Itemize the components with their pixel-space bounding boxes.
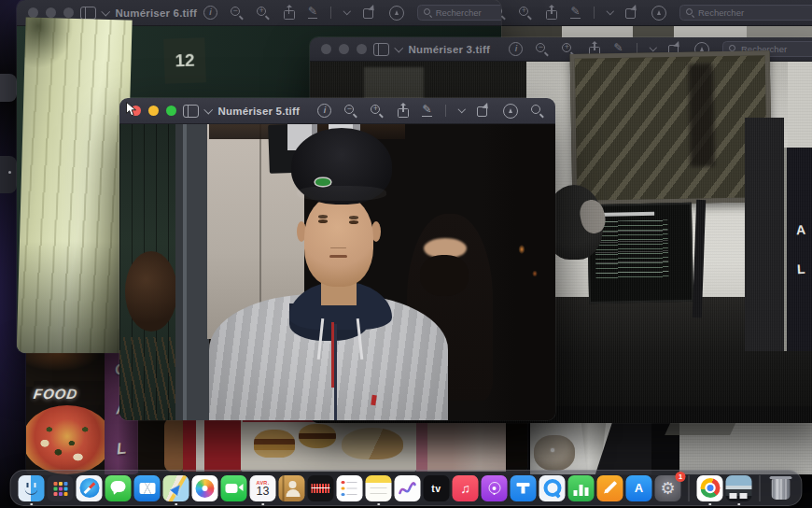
dock-finder[interactable] <box>19 475 45 501</box>
share-button[interactable] <box>545 6 557 20</box>
chevron-down-icon[interactable] <box>395 43 403 51</box>
chevron-down-icon[interactable] <box>102 7 110 15</box>
annotate-button[interactable] <box>503 104 518 119</box>
toolbar-divider <box>330 7 331 19</box>
rotate-button[interactable] <box>477 105 490 117</box>
photo-vertical-sign: A L <box>784 148 812 351</box>
dock-reminders[interactable] <box>337 475 363 501</box>
markup-pen-button[interactable]: ✎ <box>308 6 317 19</box>
photo-framed-painting <box>570 50 773 205</box>
markup-pen-button[interactable]: ✎ <box>422 104 431 117</box>
calendar-day-label: 13 <box>257 486 270 498</box>
photo-burger <box>299 424 336 448</box>
dock-maps[interactable] <box>163 475 189 501</box>
search-input[interactable] <box>679 5 812 21</box>
info-button[interactable]: i <box>317 104 331 118</box>
dock-app-store[interactable]: A <box>626 475 652 501</box>
dock-numbers[interactable] <box>568 475 595 501</box>
zoom-in-button[interactable]: + <box>257 7 270 20</box>
photo-portrait-scan <box>119 124 555 420</box>
zoom-out-button[interactable]: − <box>536 43 549 56</box>
background-window-corner <box>0 156 17 193</box>
photo-black-beanie <box>291 128 392 205</box>
titlebar[interactable]: Numériser 5.tiff i − + ✎ <box>119 98 555 124</box>
chevron-down-icon[interactable] <box>343 7 351 15</box>
zoom-in-button[interactable]: + <box>371 105 384 118</box>
photo-zipper <box>334 324 337 420</box>
chevron-down-icon[interactable] <box>606 7 613 15</box>
chevron-down-icon[interactable] <box>457 106 465 113</box>
rotate-button[interactable] <box>625 7 638 19</box>
dock-contacts[interactable] <box>279 475 305 501</box>
info-button[interactable]: i <box>203 6 217 20</box>
minimize-button[interactable] <box>339 44 349 54</box>
photo-arm <box>164 418 185 472</box>
photo-dark-shelf <box>745 118 784 351</box>
sidebar-toggle-icon[interactable] <box>183 105 199 118</box>
toolbar-divider <box>594 7 595 19</box>
photo-metal-strip <box>175 124 209 420</box>
photo-face <box>304 195 373 287</box>
share-button[interactable] <box>283 6 295 20</box>
sidebar-toggle-icon[interactable] <box>80 7 96 20</box>
dock-voice-memos[interactable] <box>308 475 334 501</box>
search-icon <box>686 8 694 17</box>
photo-pizza <box>26 405 112 474</box>
window-title: Numériser 5.tiff <box>218 106 301 117</box>
markup-pen-button[interactable]: ✎ <box>570 6 580 19</box>
rotate-button[interactable] <box>363 7 376 19</box>
dock-music[interactable] <box>453 475 479 501</box>
dock-quicktime[interactable] <box>539 475 566 501</box>
dock-keynote[interactable] <box>511 475 537 501</box>
close-button[interactable] <box>28 7 38 18</box>
notification-badge: 1 <box>676 472 686 482</box>
search-icon <box>424 8 432 17</box>
chevron-down-icon[interactable] <box>649 44 656 51</box>
annotate-button[interactable] <box>651 6 666 21</box>
dock-safari[interactable] <box>77 475 103 501</box>
dock-notes[interactable] <box>366 475 392 501</box>
desktop: − + ✎ <box>0 0 812 508</box>
photo-sandwich <box>342 428 403 459</box>
dock-mail[interactable] <box>134 475 161 501</box>
mouse-cursor <box>125 102 138 118</box>
photo-round-object <box>125 251 177 332</box>
minimize-button[interactable] <box>46 7 56 18</box>
dock-apple-tv[interactable]: tv <box>424 475 450 501</box>
dock-trash[interactable] <box>768 475 794 501</box>
info-button[interactable]: i <box>509 42 523 56</box>
dock-chrome[interactable] <box>697 475 723 501</box>
zoom-in-button[interactable]: + <box>519 7 532 20</box>
share-button[interactable] <box>397 104 409 118</box>
dock-preview-window[interactable] <box>726 475 752 501</box>
photo-drawstrings <box>314 318 366 360</box>
search-button[interactable] <box>531 105 544 118</box>
dock-freeform[interactable] <box>395 475 421 501</box>
dock-calendar[interactable]: AVR. 13 <box>250 475 276 501</box>
zoom-out-button[interactable]: − <box>231 7 244 20</box>
dock-messages[interactable] <box>105 475 132 501</box>
window-numeriser-5[interactable]: Numériser 5.tiff i − + ✎ <box>119 98 555 420</box>
dock-photos[interactable] <box>192 475 218 501</box>
dock-podcasts[interactable] <box>482 475 508 501</box>
dock-system-settings[interactable]: 1 <box>655 475 681 501</box>
dock-launchpad[interactable] <box>48 475 74 501</box>
close-button[interactable] <box>321 44 331 54</box>
minimize-button[interactable] <box>148 106 159 116</box>
annotate-button[interactable] <box>389 6 404 21</box>
dock-pages[interactable] <box>597 475 623 501</box>
chevron-down-icon[interactable] <box>204 105 213 113</box>
traffic-lights <box>321 44 367 54</box>
background-window-corner <box>0 74 17 102</box>
photo-lacoste-logo <box>315 178 330 186</box>
zoom-window-button[interactable] <box>166 106 176 116</box>
zoom-out-button[interactable]: − <box>344 105 357 118</box>
zoom-window-button[interactable] <box>63 7 74 18</box>
zoom-window-button[interactable] <box>357 44 367 54</box>
titlebar[interactable]: − + ✎ <box>457 0 812 26</box>
photo-warm-lights <box>509 236 550 302</box>
dock-facetime[interactable] <box>221 475 247 501</box>
traffic-lights <box>28 7 74 18</box>
sidebar-toggle-icon[interactable] <box>373 43 389 56</box>
search-input[interactable] <box>417 5 501 21</box>
